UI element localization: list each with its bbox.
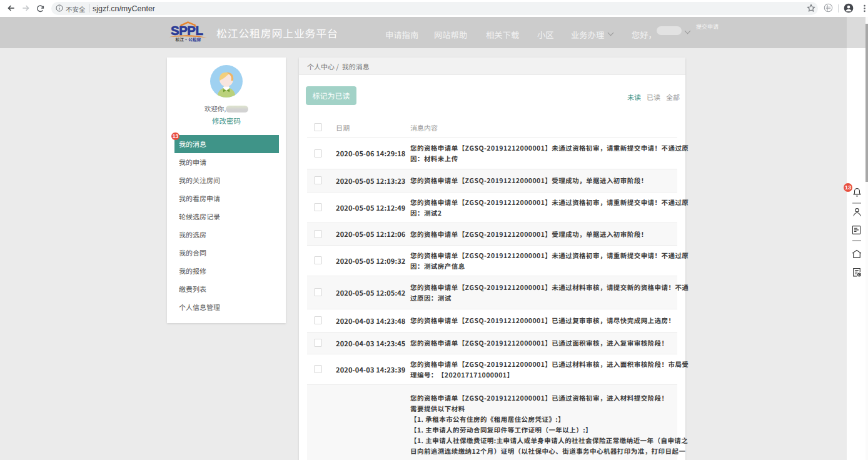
svg-text:松江·公租房: 松江·公租房 (176, 36, 201, 42)
